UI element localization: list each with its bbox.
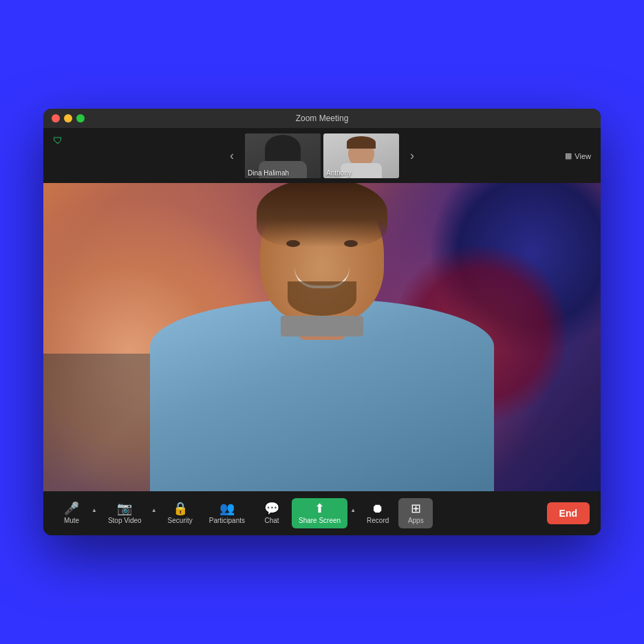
end-button[interactable]: End [547,502,590,524]
view-button[interactable]: ▦ View [565,151,591,160]
share-screen-group: ⬆ Share Screen ▲ [292,498,357,528]
view-icon: ▦ [565,151,572,160]
person-head [260,185,384,323]
chat-label: Chat [264,517,279,524]
view-label: View [575,151,591,160]
person-hair [257,183,387,247]
title-bar: Zoom Meeting [43,109,601,128]
share-screen-icon: ⬆ [314,502,325,515]
security-badge: 🛡 [53,135,63,146]
stop-video-label: Stop Video [108,517,142,524]
main-video-area [43,183,601,491]
nav-right-arrow[interactable]: › [399,149,425,163]
window-title: Zoom Meeting [296,114,349,123]
toolbar: 🎤 Mute ▲ 📷 Stop Video ▲ 🔒 Security 👥 Par… [43,491,601,535]
mute-group: 🎤 Mute ▲ [54,498,98,528]
security-button[interactable]: 🔒 Security [161,498,200,528]
maximize-button[interactable] [76,114,85,122]
person-left-eye [286,240,300,247]
participants-button[interactable]: 👥 Participants [202,498,252,528]
apps-icon: ⊞ [411,502,421,515]
stop-video-button[interactable]: 📷 Stop Video [101,498,149,528]
minimize-button[interactable] [64,114,72,122]
record-label: Record [367,517,389,524]
video-caret[interactable]: ▲ [150,504,158,516]
participants-icon: 👥 [219,502,235,515]
top-strip: 🛡 ‹ Dina Halimah [43,128,601,183]
mute-button[interactable]: 🎤 Mute [54,498,89,528]
thumbnail-dina[interactable]: Dina Halimah [245,133,321,178]
participants-label: Participants [209,517,245,524]
chat-icon: 💬 [264,502,279,515]
mute-icon: 🎤 [64,502,79,515]
apps-label: Apps [408,517,424,524]
record-button[interactable]: ⏺ Record [360,498,396,528]
thumbnail-anthony[interactable]: Anthony [323,133,399,178]
mute-label: Mute [64,517,79,524]
main-person [43,183,601,491]
nav-left-arrow[interactable]: ‹ [219,149,245,163]
security-icon: 🔒 [173,502,188,515]
person-beard [288,281,356,316]
stop-video-group: 📷 Stop Video ▲ [101,498,158,528]
chat-button[interactable]: 💬 Chat [255,498,289,528]
mute-caret[interactable]: ▲ [90,504,98,516]
dina-label: Dina Halimah [248,169,289,177]
share-screen-button[interactable]: ⬆ Share Screen [292,498,347,528]
record-icon: ⏺ [372,502,384,515]
anthony-label: Anthony [326,169,352,177]
security-label: Security [168,517,193,524]
share-caret[interactable]: ▲ [349,504,357,516]
person-right-eye [344,240,358,247]
zoom-window: Zoom Meeting 🛡 ‹ Dina Halimah [43,109,601,535]
thumbnails-row: Dina Halimah Anthony [245,133,399,178]
apps-button[interactable]: ⊞ Apps [398,498,433,528]
close-button[interactable] [52,114,60,122]
camera-icon: 📷 [117,502,132,515]
traffic-lights [52,114,85,122]
person-tshirt [281,316,363,336]
share-screen-label: Share Screen [299,517,341,524]
